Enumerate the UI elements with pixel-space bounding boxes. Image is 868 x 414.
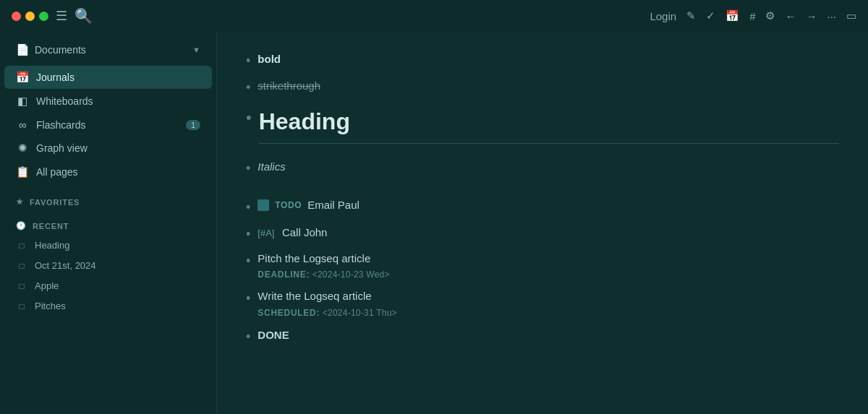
task2-meta-label: SCHEDULED: [258, 308, 320, 318]
strikethrough-content: strikethrough [258, 77, 839, 95]
sidebar-favorites-header: ★ FAVORITES [4, 193, 212, 210]
favorites-icon: ★ [16, 197, 24, 207]
sidebar-recent-list: □ Heading □ Oct 21st, 2024 □ Apple □ Pit… [0, 235, 216, 316]
task2-item: • Write the Logseq article SCHEDULED: <2… [246, 287, 839, 321]
titlebar-right: Login ✎ ✓ 📅 # ⚙ ← → ··· ▭ [650, 9, 856, 22]
search-icon[interactable]: 🔍 [75, 7, 93, 25]
hash-icon[interactable]: # [749, 10, 755, 22]
documents-chevron-icon: ▼ [192, 46, 200, 54]
sidebar-recent-heading[interactable]: □ Heading [4, 236, 212, 255]
sidebar-nav: 📅 Journals ◧ Whiteboards ∞ Flashcards 1 … [0, 62, 216, 187]
todo-item: • TODO Email Paul [246, 196, 839, 218]
documents-icon: 📄 [16, 43, 29, 56]
italics-item: • Italics [246, 157, 839, 179]
empty-line-1 [246, 184, 839, 196]
recent-icon: 🕐 [16, 221, 27, 230]
sidebar: 📄 Documents ▼ 📅 Journals ◧ Whiteboards ∞… [0, 32, 217, 414]
task1-content: Pitch the Logseq article DEADLINE: <2024… [258, 251, 839, 282]
bullet-dot-heading: • [246, 107, 252, 129]
maximize-button[interactable] [39, 12, 48, 21]
task2-text: Write the Logseq article [258, 288, 839, 305]
bullet-dot-done: • [246, 328, 250, 346]
todo-checkbox[interactable] [258, 199, 269, 211]
sidebar-recent-oct21[interactable]: □ Oct 21st, 2024 [4, 256, 212, 275]
flashcards-icon: ∞ [16, 118, 29, 131]
page-icon-heading: □ [16, 241, 27, 251]
sidebar-item-all-pages[interactable]: 📋 All pages [4, 160, 212, 184]
sidebar-recent-header: 🕐 RECENT [4, 217, 212, 233]
main-content: • bold • strikethrough • Heading • Itali… [217, 32, 868, 414]
bullet-dot-todo: • [246, 199, 250, 217]
calendar-icon[interactable]: 📅 [726, 9, 739, 22]
sidebar-whiteboards-label: Whiteboards [36, 95, 200, 107]
close-button[interactable] [12, 12, 21, 21]
more-icon[interactable]: ··· [827, 10, 836, 22]
page-icon-pitches: □ [16, 301, 27, 311]
priority-prefix: [#A] [258, 228, 274, 238]
bullet-dot-priority: • [246, 225, 250, 243]
strikethrough-item: • strikethrough [246, 76, 839, 98]
sidebar-recent-heading-label: Heading [35, 240, 69, 251]
todo-content: TODO Email Paul [258, 197, 839, 214]
forward-icon[interactable]: → [806, 10, 817, 22]
sidebar-flashcards-label: Flashcards [36, 119, 179, 131]
task2-meta-date: <2024-10-31 Thu> [323, 308, 397, 318]
task1-meta-date: <2024-10-23 Wed> [312, 269, 390, 280]
task1-meta-label: DEADLINE: [258, 269, 310, 280]
edit-icon[interactable]: ✎ [686, 9, 696, 22]
bullet-dot-task1: • [246, 252, 250, 270]
heading-item: • Heading [246, 103, 839, 152]
login-button[interactable]: Login [650, 10, 676, 22]
sidebar-item-whiteboards[interactable]: ◧ Whiteboards [4, 90, 212, 113]
heading-text: Heading [259, 104, 839, 139]
heading-content: Heading [259, 104, 839, 151]
minimize-button[interactable] [25, 12, 35, 21]
done-text: DONE [258, 329, 289, 341]
app-body: 📄 Documents ▼ 📅 Journals ◧ Whiteboards ∞… [0, 32, 868, 414]
bullet-dot-bold: • [246, 52, 250, 70]
page-icon-oct21: □ [16, 261, 27, 271]
recent-label: RECENT [33, 222, 69, 230]
sidebar-recent-apple[interactable]: □ Apple [4, 276, 212, 296]
page-icon-apple: □ [16, 281, 27, 291]
sidebar-recent-pitches[interactable]: □ Pitches [4, 296, 212, 316]
sidebar-graph-label: Graph view [36, 142, 200, 154]
priority-task-text: Call John [282, 226, 328, 238]
priority-content: [#A] Call John [258, 224, 839, 241]
check-icon[interactable]: ✓ [706, 9, 715, 22]
bullet-dot-strikethrough: • [246, 79, 250, 97]
bold-content: bold [258, 51, 839, 68]
priority-item: • [#A] Call John [246, 223, 839, 245]
flashcards-badge: 1 [186, 120, 200, 130]
sidebar-item-journals[interactable]: 📅 Journals [4, 66, 212, 89]
strikethrough-text: strikethrough [258, 79, 320, 92]
task1-item: • Pitch the Logseq article DEADLINE: <20… [246, 249, 839, 283]
italics-text: Italics [258, 160, 285, 173]
sidebar-item-graph-view[interactable]: ✺ Graph view [4, 137, 212, 160]
sidebar-all-pages-label: All pages [36, 166, 200, 178]
bold-text: bold [258, 53, 281, 65]
bold-item: • bold [246, 49, 839, 72]
sidebar-recent-pitches-label: Pitches [35, 301, 66, 311]
sidebar-recent-oct21-label: Oct 21st, 2024 [35, 260, 96, 271]
task1-meta: DEADLINE: <2024-10-23 Wed> [258, 268, 839, 281]
bullet-dot-italics: • [246, 160, 250, 178]
heading-divider [259, 143, 839, 144]
journals-icon: 📅 [16, 71, 29, 84]
todo-task-text: Email Paul [307, 197, 359, 214]
italics-content: Italics [258, 158, 839, 176]
sidebar-documents-label: Documents [35, 44, 187, 56]
favorites-label: FAVORITES [30, 198, 80, 207]
sidebar-item-flashcards[interactable]: ∞ Flashcards 1 [4, 113, 212, 136]
done-content: DONE [258, 327, 839, 344]
task2-meta: SCHEDULED: <2024-10-31 Thu> [258, 306, 839, 319]
todo-label: TODO [275, 199, 302, 212]
sidebar-documents[interactable]: 📄 Documents ▼ [4, 38, 212, 61]
sidebar-toggle-icon[interactable]: ▭ [846, 9, 856, 22]
bullet-dot-task2: • [246, 290, 250, 308]
sidebar-recent-apple-label: Apple [35, 280, 59, 291]
back-icon[interactable]: ← [785, 10, 796, 22]
puzzle-icon[interactable]: ⚙ [765, 9, 775, 22]
menu-icon[interactable]: ☰ [56, 8, 67, 24]
task1-text: Pitch the Logseq article [258, 251, 839, 267]
